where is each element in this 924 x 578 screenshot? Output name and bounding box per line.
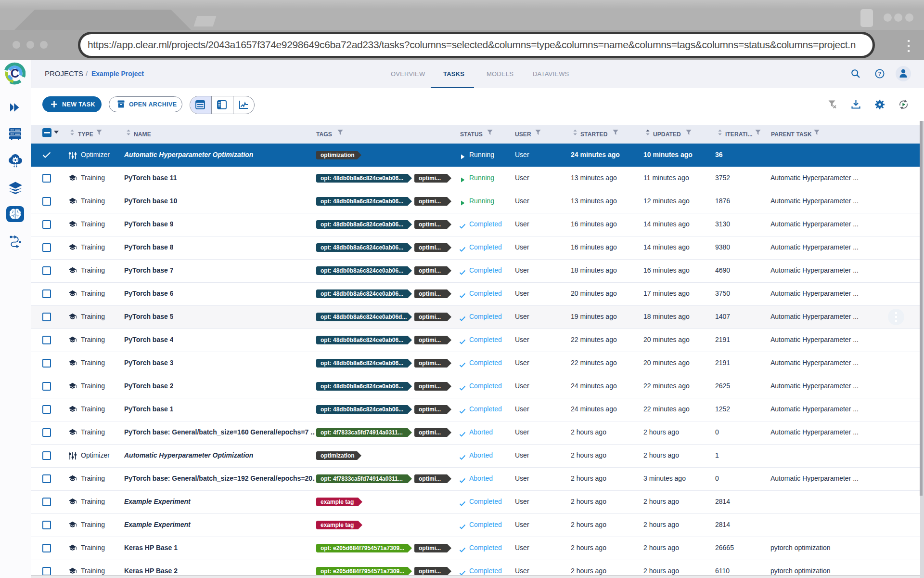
svg-text:?: ? bbox=[878, 71, 881, 77]
svg-text:C: C bbox=[11, 66, 19, 80]
